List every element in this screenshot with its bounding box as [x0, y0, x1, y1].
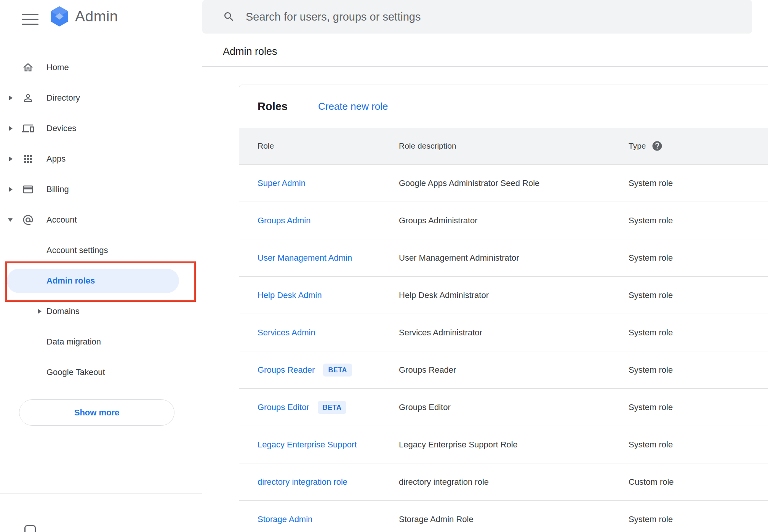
sidebar: Admin Home Directory Devices	[0, 0, 202, 532]
sidebar-nav: Home Directory Devices Apps	[0, 52, 202, 388]
role-link[interactable]: Groups Editor	[258, 402, 309, 412]
apps-grid-icon	[22, 153, 34, 165]
role-link[interactable]: Groups Admin	[258, 216, 310, 226]
role-description: directory integration role	[399, 477, 629, 487]
role-link[interactable]: User Management Admin	[258, 253, 352, 263]
role-description: Services Administrator	[399, 328, 629, 338]
role-type: System role	[629, 514, 768, 524]
table-row: Super Admin Google Apps Administrator Se…	[239, 164, 768, 202]
role-description: Groups Reader	[399, 365, 629, 375]
sidebar-item-domains[interactable]: Domains	[0, 296, 202, 327]
role-description: Groups Editor	[399, 402, 629, 412]
beta-badge: BETA	[318, 401, 347, 414]
sidebar-item-label: Devices	[46, 123, 76, 133]
show-more-button[interactable]: Show more	[19, 399, 174, 426]
roles-title: Roles	[258, 100, 288, 113]
sidebar-item-label: Data migration	[46, 337, 101, 347]
role-type: System role	[629, 365, 768, 375]
role-link[interactable]: Groups Reader	[258, 365, 315, 375]
role-type: System role	[629, 328, 768, 338]
role-description: User Management Administrator	[399, 253, 629, 263]
search-icon	[223, 11, 235, 23]
sidebar-item-label: Account settings	[46, 245, 108, 255]
devices-icon	[22, 123, 34, 135]
sidebar-divider	[0, 494, 202, 494]
role-type: System role	[629, 402, 768, 412]
role-description: Legacy Enterprise Support Role	[399, 440, 629, 450]
role-description: Groups Administrator	[399, 216, 629, 226]
collapse-arrow-icon[interactable]	[8, 218, 13, 222]
beta-badge: BETA	[323, 364, 352, 377]
role-link[interactable]: Services Admin	[258, 328, 315, 338]
expand-arrow-icon[interactable]	[9, 157, 13, 161]
page-title: Admin roles	[223, 46, 277, 58]
sidebar-item-billing[interactable]: Billing	[0, 174, 202, 205]
sidebar-item-data-migration[interactable]: Data migration	[0, 327, 202, 357]
sidebar-item-home[interactable]: Home	[0, 52, 202, 83]
table-header-row: Role Role description Type	[239, 128, 768, 164]
table-row: User Management Admin User Management Ad…	[239, 239, 768, 276]
admin-hexagon-icon	[48, 5, 70, 27]
roles-card: Roles Create new role Role Role descript…	[239, 85, 768, 532]
role-type: System role	[629, 290, 768, 300]
search-input[interactable]	[246, 11, 722, 23]
admin-logo[interactable]: Admin	[48, 5, 118, 27]
role-type: Custom role	[629, 477, 768, 487]
sidebar-item-devices[interactable]: Devices	[0, 113, 202, 144]
person-icon	[22, 92, 34, 104]
expand-arrow-icon[interactable]	[9, 96, 13, 100]
role-type: System role	[629, 440, 768, 450]
table-row: Storage Admin Storage Admin Role System …	[239, 500, 768, 532]
header-divider	[202, 66, 768, 67]
sidebar-item-admin-roles[interactable]: Admin roles	[0, 266, 202, 296]
sidebar-item-account[interactable]: Account	[0, 205, 202, 235]
expand-arrow-icon[interactable]	[9, 187, 13, 192]
sidebar-item-label: Apps	[46, 154, 66, 164]
roles-card-header: Roles Create new role	[239, 85, 768, 128]
partial-bottom-icon	[24, 525, 36, 532]
at-icon	[22, 214, 34, 226]
home-icon	[22, 62, 34, 74]
search-bar[interactable]	[202, 0, 752, 34]
sidebar-item-label: Account	[46, 215, 77, 225]
sidebar-item-label: Domains	[46, 306, 80, 316]
role-type: System role	[629, 253, 768, 263]
column-header-role: Role	[239, 141, 399, 151]
menu-icon[interactable]	[22, 14, 38, 25]
sidebar-item-label: Google Takeout	[46, 367, 105, 377]
column-header-description: Role description	[399, 141, 629, 151]
sidebar-item-label: Admin roles	[46, 276, 95, 286]
sidebar-item-label: Billing	[46, 184, 69, 194]
role-link[interactable]: Super Admin	[258, 178, 306, 188]
role-type: System role	[629, 178, 768, 188]
role-link[interactable]: directory integration role	[258, 477, 347, 487]
sidebar-item-label: Directory	[46, 93, 80, 103]
column-header-type: Type	[629, 141, 646, 151]
sidebar-item-google-takeout[interactable]: Google Takeout	[0, 357, 202, 388]
role-description: Help Desk Administrator	[399, 290, 629, 300]
sidebar-item-account-settings[interactable]: Account settings	[0, 235, 202, 266]
sidebar-item-label: Home	[46, 62, 69, 72]
sidebar-item-apps[interactable]: Apps	[0, 144, 202, 174]
table-row: Help Desk Admin Help Desk Administrator …	[239, 276, 768, 314]
sidebar-item-directory[interactable]: Directory	[0, 83, 202, 113]
role-link[interactable]: Storage Admin	[258, 514, 312, 524]
expand-arrow-icon[interactable]	[38, 309, 42, 314]
role-link[interactable]: Help Desk Admin	[258, 290, 322, 300]
billing-card-icon	[22, 184, 34, 195]
role-type: System role	[629, 216, 768, 226]
expand-arrow-icon[interactable]	[9, 126, 13, 131]
role-description: Google Apps Administrator Seed Role	[399, 178, 629, 188]
table-row: Legacy Enterprise Support Legacy Enterpr…	[239, 426, 768, 463]
help-icon[interactable]	[651, 140, 663, 152]
table-row: directory integration role directory int…	[239, 463, 768, 500]
create-new-role-link[interactable]: Create new role	[318, 101, 388, 112]
role-link[interactable]: Legacy Enterprise Support	[258, 440, 357, 450]
role-description: Storage Admin Role	[399, 514, 629, 524]
table-row: Services Admin Services Administrator Sy…	[239, 314, 768, 351]
table-row: Groups Reader BETA Groups Reader System …	[239, 351, 768, 388]
table-row: Groups Editor BETA Groups Editor System …	[239, 388, 768, 426]
table-row: Groups Admin Groups Administrator System…	[239, 202, 768, 239]
admin-logo-text: Admin	[75, 8, 118, 25]
